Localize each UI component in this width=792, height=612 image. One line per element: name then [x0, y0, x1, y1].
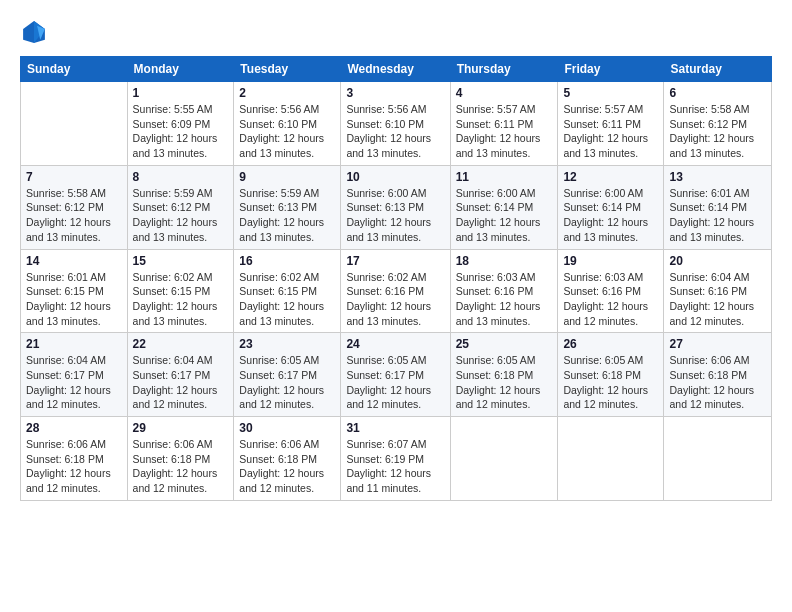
day-detail: Sunrise: 6:00 AMSunset: 6:13 PMDaylight:…: [346, 186, 444, 245]
day-detail: Sunrise: 6:05 AMSunset: 6:17 PMDaylight:…: [346, 353, 444, 412]
calendar-cell: 9Sunrise: 5:59 AMSunset: 6:13 PMDaylight…: [234, 165, 341, 249]
day-number: 23: [239, 337, 335, 351]
day-detail: Sunrise: 6:01 AMSunset: 6:14 PMDaylight:…: [669, 186, 766, 245]
calendar-cell: 22Sunrise: 6:04 AMSunset: 6:17 PMDayligh…: [127, 333, 234, 417]
calendar-cell: 8Sunrise: 5:59 AMSunset: 6:12 PMDaylight…: [127, 165, 234, 249]
calendar-week-4: 21Sunrise: 6:04 AMSunset: 6:17 PMDayligh…: [21, 333, 772, 417]
day-number: 6: [669, 86, 766, 100]
day-detail: Sunrise: 5:59 AMSunset: 6:13 PMDaylight:…: [239, 186, 335, 245]
calendar-cell: 14Sunrise: 6:01 AMSunset: 6:15 PMDayligh…: [21, 249, 128, 333]
day-number: 26: [563, 337, 658, 351]
calendar-cell: [450, 417, 558, 501]
calendar-week-3: 14Sunrise: 6:01 AMSunset: 6:15 PMDayligh…: [21, 249, 772, 333]
day-number: 21: [26, 337, 122, 351]
day-detail: Sunrise: 6:00 AMSunset: 6:14 PMDaylight:…: [456, 186, 553, 245]
day-detail: Sunrise: 5:57 AMSunset: 6:11 PMDaylight:…: [563, 102, 658, 161]
calendar-cell: 17Sunrise: 6:02 AMSunset: 6:16 PMDayligh…: [341, 249, 450, 333]
calendar-cell: 3Sunrise: 5:56 AMSunset: 6:10 PMDaylight…: [341, 82, 450, 166]
day-number: 20: [669, 254, 766, 268]
day-number: 30: [239, 421, 335, 435]
day-number: 28: [26, 421, 122, 435]
day-number: 25: [456, 337, 553, 351]
day-number: 31: [346, 421, 444, 435]
day-detail: Sunrise: 5:58 AMSunset: 6:12 PMDaylight:…: [669, 102, 766, 161]
calendar-header-row: SundayMondayTuesdayWednesdayThursdayFrid…: [21, 57, 772, 82]
calendar-cell: 7Sunrise: 5:58 AMSunset: 6:12 PMDaylight…: [21, 165, 128, 249]
day-number: 15: [133, 254, 229, 268]
day-number: 2: [239, 86, 335, 100]
calendar-cell: 19Sunrise: 6:03 AMSunset: 6:16 PMDayligh…: [558, 249, 664, 333]
day-number: 4: [456, 86, 553, 100]
day-number: 8: [133, 170, 229, 184]
day-header-thursday: Thursday: [450, 57, 558, 82]
calendar-cell: 20Sunrise: 6:04 AMSunset: 6:16 PMDayligh…: [664, 249, 772, 333]
day-detail: Sunrise: 6:06 AMSunset: 6:18 PMDaylight:…: [26, 437, 122, 496]
calendar-cell: 30Sunrise: 6:06 AMSunset: 6:18 PMDayligh…: [234, 417, 341, 501]
day-detail: Sunrise: 6:05 AMSunset: 6:18 PMDaylight:…: [456, 353, 553, 412]
calendar-cell: 1Sunrise: 5:55 AMSunset: 6:09 PMDaylight…: [127, 82, 234, 166]
calendar-week-5: 28Sunrise: 6:06 AMSunset: 6:18 PMDayligh…: [21, 417, 772, 501]
calendar-cell: 18Sunrise: 6:03 AMSunset: 6:16 PMDayligh…: [450, 249, 558, 333]
logo-icon: [20, 18, 48, 46]
calendar-cell: 15Sunrise: 6:02 AMSunset: 6:15 PMDayligh…: [127, 249, 234, 333]
calendar-cell: 25Sunrise: 6:05 AMSunset: 6:18 PMDayligh…: [450, 333, 558, 417]
header: [20, 18, 772, 46]
day-detail: Sunrise: 6:02 AMSunset: 6:15 PMDaylight:…: [133, 270, 229, 329]
day-detail: Sunrise: 5:56 AMSunset: 6:10 PMDaylight:…: [239, 102, 335, 161]
day-detail: Sunrise: 6:06 AMSunset: 6:18 PMDaylight:…: [239, 437, 335, 496]
day-detail: Sunrise: 5:55 AMSunset: 6:09 PMDaylight:…: [133, 102, 229, 161]
page: SundayMondayTuesdayWednesdayThursdayFrid…: [0, 0, 792, 612]
day-number: 14: [26, 254, 122, 268]
day-number: 29: [133, 421, 229, 435]
calendar-week-2: 7Sunrise: 5:58 AMSunset: 6:12 PMDaylight…: [21, 165, 772, 249]
day-detail: Sunrise: 5:56 AMSunset: 6:10 PMDaylight:…: [346, 102, 444, 161]
calendar-cell: 4Sunrise: 5:57 AMSunset: 6:11 PMDaylight…: [450, 82, 558, 166]
day-number: 5: [563, 86, 658, 100]
day-detail: Sunrise: 6:05 AMSunset: 6:17 PMDaylight:…: [239, 353, 335, 412]
calendar-cell: 13Sunrise: 6:01 AMSunset: 6:14 PMDayligh…: [664, 165, 772, 249]
calendar-cell: 23Sunrise: 6:05 AMSunset: 6:17 PMDayligh…: [234, 333, 341, 417]
day-number: 10: [346, 170, 444, 184]
calendar-cell: [21, 82, 128, 166]
calendar-cell: 24Sunrise: 6:05 AMSunset: 6:17 PMDayligh…: [341, 333, 450, 417]
calendar-cell: 26Sunrise: 6:05 AMSunset: 6:18 PMDayligh…: [558, 333, 664, 417]
calendar-cell: 29Sunrise: 6:06 AMSunset: 6:18 PMDayligh…: [127, 417, 234, 501]
day-detail: Sunrise: 5:58 AMSunset: 6:12 PMDaylight:…: [26, 186, 122, 245]
day-number: 18: [456, 254, 553, 268]
day-number: 24: [346, 337, 444, 351]
calendar-cell: 10Sunrise: 6:00 AMSunset: 6:13 PMDayligh…: [341, 165, 450, 249]
day-detail: Sunrise: 6:03 AMSunset: 6:16 PMDaylight:…: [456, 270, 553, 329]
day-header-wednesday: Wednesday: [341, 57, 450, 82]
day-detail: Sunrise: 6:01 AMSunset: 6:15 PMDaylight:…: [26, 270, 122, 329]
day-header-monday: Monday: [127, 57, 234, 82]
day-number: 12: [563, 170, 658, 184]
day-detail: Sunrise: 6:05 AMSunset: 6:18 PMDaylight:…: [563, 353, 658, 412]
calendar-cell: [558, 417, 664, 501]
day-detail: Sunrise: 6:07 AMSunset: 6:19 PMDaylight:…: [346, 437, 444, 496]
calendar-cell: 2Sunrise: 5:56 AMSunset: 6:10 PMDaylight…: [234, 82, 341, 166]
day-number: 17: [346, 254, 444, 268]
day-header-sunday: Sunday: [21, 57, 128, 82]
day-header-tuesday: Tuesday: [234, 57, 341, 82]
day-number: 1: [133, 86, 229, 100]
day-header-saturday: Saturday: [664, 57, 772, 82]
day-number: 11: [456, 170, 553, 184]
day-number: 19: [563, 254, 658, 268]
day-number: 16: [239, 254, 335, 268]
day-number: 13: [669, 170, 766, 184]
logo: [20, 18, 50, 46]
day-number: 9: [239, 170, 335, 184]
day-detail: Sunrise: 6:06 AMSunset: 6:18 PMDaylight:…: [133, 437, 229, 496]
day-detail: Sunrise: 6:04 AMSunset: 6:17 PMDaylight:…: [133, 353, 229, 412]
day-number: 22: [133, 337, 229, 351]
calendar-cell: 31Sunrise: 6:07 AMSunset: 6:19 PMDayligh…: [341, 417, 450, 501]
day-header-friday: Friday: [558, 57, 664, 82]
day-number: 27: [669, 337, 766, 351]
day-detail: Sunrise: 5:57 AMSunset: 6:11 PMDaylight:…: [456, 102, 553, 161]
day-number: 3: [346, 86, 444, 100]
calendar-cell: 16Sunrise: 6:02 AMSunset: 6:15 PMDayligh…: [234, 249, 341, 333]
day-detail: Sunrise: 6:03 AMSunset: 6:16 PMDaylight:…: [563, 270, 658, 329]
calendar-cell: 5Sunrise: 5:57 AMSunset: 6:11 PMDaylight…: [558, 82, 664, 166]
calendar-cell: 27Sunrise: 6:06 AMSunset: 6:18 PMDayligh…: [664, 333, 772, 417]
calendar-cell: 28Sunrise: 6:06 AMSunset: 6:18 PMDayligh…: [21, 417, 128, 501]
